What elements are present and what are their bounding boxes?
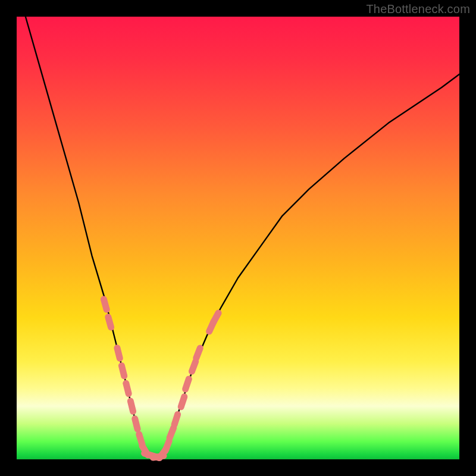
- marker-dot: [108, 317, 111, 327]
- marker-dot: [214, 313, 219, 322]
- marker-dot: [192, 361, 195, 371]
- marker-dot: [165, 441, 170, 451]
- marker-dot: [104, 299, 107, 309]
- marker-dot: [126, 383, 129, 394]
- chart-frame: TheBottleneck.com: [0, 0, 476, 476]
- marker-dot: [181, 397, 184, 407]
- marker-dot: [117, 348, 120, 359]
- marker-dot: [196, 348, 201, 358]
- markers-layer: [104, 299, 218, 458]
- plot-area: [17, 17, 459, 459]
- marker-dot: [170, 428, 174, 438]
- watermark-text: TheBottleneck.com: [366, 2, 470, 16]
- marker-dot: [186, 379, 189, 389]
- marker-dot: [130, 401, 133, 412]
- chart-svg: [17, 17, 459, 459]
- marker-dot: [135, 419, 137, 430]
- marker-dot: [174, 415, 178, 425]
- curve-layer: [26, 17, 459, 457]
- bottleneck-curve: [26, 17, 459, 457]
- marker-dot: [121, 366, 124, 376]
